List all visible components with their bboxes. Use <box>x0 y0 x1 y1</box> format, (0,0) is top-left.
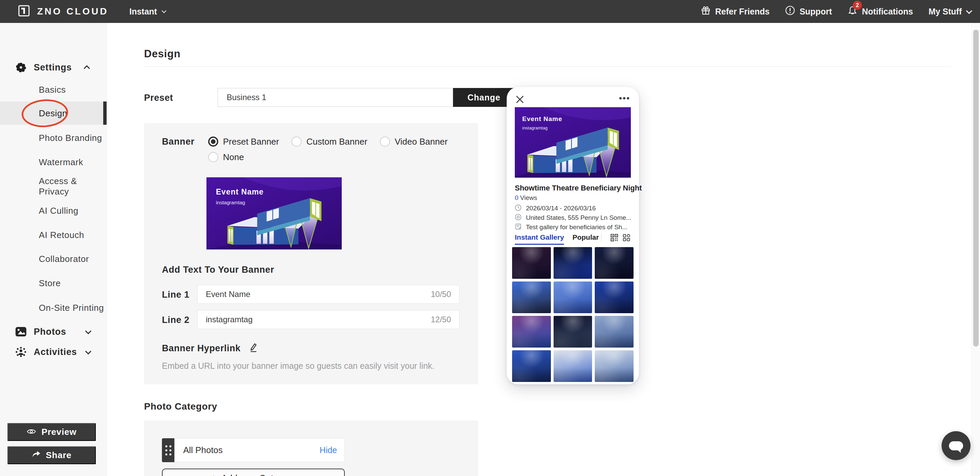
my-stuff-menu[interactable]: My Stuff <box>928 7 970 16</box>
event-title: Showtime Theatre Beneficiary Night <box>515 184 631 192</box>
line2-label: Line 2 <box>162 315 189 325</box>
radio-custom-banner[interactable]: Custom Banner <box>291 136 368 147</box>
app-window: ZNO CLOUD Instant Refer Friends Support <box>0 0 980 476</box>
sidebar-item-basics[interactable]: Basics <box>0 82 107 97</box>
event-dates-row: 2026/03/14 - 2026/03/16 <box>515 204 631 213</box>
chevron-up-icon <box>84 65 90 71</box>
phone-gallery <box>512 247 633 382</box>
support-button[interactable]: Support <box>785 5 832 17</box>
event-photo-6[interactable] <box>595 281 633 313</box>
line2-counter: 12/50 <box>431 315 451 324</box>
event-photo-8[interactable] <box>554 316 592 347</box>
sidebar-item-store[interactable]: Store <box>0 276 107 290</box>
brand-logo-icon <box>18 5 30 18</box>
change-preset-button[interactable]: Change <box>453 88 515 107</box>
chevron-down-icon <box>85 348 91 354</box>
tab-instant-gallery[interactable]: Instant Gallery <box>515 233 564 245</box>
brand-name: ZNO CLOUD <box>37 6 108 17</box>
sidebar-group-photos[interactable]: Photos <box>0 324 107 339</box>
notifications-button[interactable]: 2 Notifications <box>848 5 913 17</box>
scrollbar-thumb[interactable] <box>973 30 978 347</box>
share-arrow-icon <box>32 450 40 460</box>
line1-row: Line 1 10/50 <box>162 285 466 304</box>
preset-input[interactable] <box>218 88 453 107</box>
bell-icon: 2 <box>848 5 858 17</box>
radio-preset-banner[interactable]: Preset Banner <box>208 136 279 147</box>
brand[interactable]: ZNO CLOUD <box>0 5 108 18</box>
add-new-category-label: Add new Category <box>221 473 296 476</box>
edit-pencil-icon[interactable] <box>249 343 258 354</box>
chevron-down-icon <box>966 8 972 14</box>
banner-label: Banner <box>162 136 195 147</box>
preset-row: Preset Change <box>144 88 515 107</box>
event-photo-10[interactable] <box>512 350 551 382</box>
add-new-category-button[interactable]: + Add new Category <box>162 468 345 476</box>
line2-row: Line 2 12/50 <box>162 310 466 329</box>
event-photo-5[interactable] <box>554 281 592 313</box>
photo-category-section: All Photos Hide + Add new Category <box>144 420 478 476</box>
sidebar-group-activities[interactable]: Activities <box>0 344 107 359</box>
sidebar-item-ai-culling[interactable]: AI Culling <box>0 203 107 218</box>
layout-grid-icon[interactable] <box>623 234 630 241</box>
photos-icon <box>15 326 27 338</box>
tab-popular[interactable]: Popular <box>573 233 599 241</box>
chat-widget-button[interactable] <box>942 431 970 460</box>
activities-icon <box>15 346 27 358</box>
my-stuff-label: My Stuff <box>928 7 962 16</box>
sidebar-item-access-privacy[interactable]: Access & Privacy <box>0 179 107 194</box>
settings-group-label: Settings <box>34 62 72 73</box>
refer-friends-button[interactable]: Refer Friends <box>701 5 770 17</box>
sidebar-item-collaborator[interactable]: Collaborator <box>0 251 107 266</box>
event-photo-7[interactable] <box>512 316 551 347</box>
support-label: Support <box>800 7 832 16</box>
hide-category-link[interactable]: Hide <box>320 445 337 455</box>
sidebar-item-design[interactable]: Design <box>0 106 107 121</box>
qr-code-icon[interactable] <box>611 234 618 241</box>
more-options-icon[interactable]: ••• <box>619 93 630 103</box>
chevron-down-icon <box>162 8 166 13</box>
event-photo-2[interactable] <box>554 247 592 279</box>
close-icon[interactable] <box>515 95 524 104</box>
preview-button[interactable]: Preview <box>8 423 96 441</box>
chevron-down-icon <box>85 328 91 334</box>
sidebar-item-onsite-printing[interactable]: On-Site Printing <box>0 300 107 315</box>
banner-line1-text: Event Name <box>522 115 562 123</box>
photo-category-heading: Photo Category <box>144 401 217 412</box>
drag-handle[interactable] <box>162 438 174 462</box>
event-photo-1[interactable] <box>512 247 551 279</box>
top-bar-right: Refer Friends Support 2 Notifications My… <box>701 5 980 17</box>
banner-preview-image: Event Name instagramtag <box>207 177 342 249</box>
event-photo-12[interactable] <box>595 350 633 382</box>
banner-hyperlink-label: Banner Hyperlink <box>162 343 240 354</box>
line1-input[interactable] <box>206 290 431 299</box>
location-pin-icon <box>515 214 522 222</box>
radio-icon <box>380 136 390 147</box>
product-switcher[interactable]: Instant <box>129 7 165 16</box>
top-bar: ZNO CLOUD Instant Refer Friends Support <box>0 0 980 23</box>
product-name: Instant <box>129 7 157 16</box>
line2-input[interactable] <box>206 315 431 324</box>
radio-selected-icon <box>208 136 218 147</box>
category-row-all-photos: All Photos Hide <box>162 438 345 462</box>
radio-video-banner[interactable]: Video Banner <box>380 136 448 147</box>
sidebar-item-photo-branding[interactable]: Photo Branding <box>0 130 107 145</box>
event-photo-9[interactable] <box>595 316 633 347</box>
clock-icon <box>515 204 522 213</box>
sidebar-group-settings[interactable]: Settings <box>0 60 107 75</box>
chat-bubble-icon <box>949 441 963 451</box>
sidebar-item-watermark[interactable]: Watermark <box>0 155 107 170</box>
event-photo-4[interactable] <box>512 281 551 313</box>
hyperlink-description: Embed a URL into your banner image so gu… <box>162 361 434 371</box>
event-photo-3[interactable] <box>595 247 633 279</box>
preview-label: Preview <box>41 427 76 437</box>
share-button[interactable]: Share <box>8 446 96 464</box>
banner-line1-text: Event Name <box>216 187 264 197</box>
event-location-row: United States, 555 Penny Ln Some... <box>515 214 631 222</box>
support-icon <box>785 5 795 17</box>
event-photo-11[interactable] <box>554 350 592 382</box>
radio-none-banner[interactable]: None <box>208 152 244 162</box>
divider <box>601 233 601 243</box>
sidebar-item-ai-retouch[interactable]: AI Retouch <box>0 228 107 243</box>
gallery-tabs: Instant Gallery Popular <box>515 233 631 245</box>
photos-group-label: Photos <box>34 327 66 337</box>
